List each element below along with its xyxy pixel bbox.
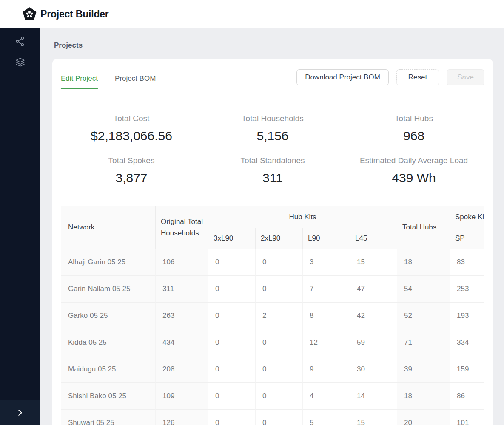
cell-total-hubs: 20 <box>397 410 450 425</box>
cell-total-hubs: 39 <box>397 356 450 383</box>
app-title: Project Builder <box>40 8 109 20</box>
cell-2xl90: 0 <box>256 329 303 356</box>
cell-sp: 334 <box>450 329 484 356</box>
share-icon <box>15 36 26 47</box>
cell-3xl90: 0 <box>208 276 256 303</box>
cell-l90: 4 <box>303 383 350 410</box>
stat-label: Total Spokes <box>61 156 202 165</box>
brand: Project Builder <box>23 7 109 21</box>
reset-button[interactable]: Reset <box>396 69 439 85</box>
stat-value: 439 Wh <box>343 170 484 185</box>
cell-network: Kidda 05 25 <box>61 329 156 356</box>
cell-sp: 159 <box>450 356 484 383</box>
cell-2xl90: 0 <box>256 356 303 383</box>
table-row: Garko 05 252630284252193 <box>61 303 484 329</box>
sidebar <box>0 28 40 425</box>
stat-value: 3,877 <box>61 170 202 185</box>
table-body: Alhaji Garin 05 25106003151883Garin Nall… <box>61 249 484 425</box>
stat-estimated-daily-average-load: Estimated Daily Average Load 439 Wh <box>343 156 484 185</box>
stat-label: Total Standalones <box>202 156 343 165</box>
project-card: Edit Project Project BOM Download Projec… <box>52 59 493 425</box>
sidebar-item-share[interactable] <box>10 32 30 51</box>
cell-sp: 253 <box>450 276 484 303</box>
stat-label: Estimated Daily Average Load <box>343 156 484 165</box>
cell-2xl90: 0 <box>256 249 303 276</box>
cell-3xl90: 0 <box>208 249 256 276</box>
cell-original-total-households: 311 <box>156 276 208 303</box>
column-header-network: Network <box>61 206 156 249</box>
cell-network: Maidugu 05 25 <box>61 356 156 383</box>
cell-total-hubs: 18 <box>397 383 450 410</box>
stat-value: 5,156 <box>202 128 343 143</box>
tab-project-bom[interactable]: Project BOM <box>115 71 156 89</box>
cell-3xl90: 0 <box>208 410 256 425</box>
cell-total-hubs: 18 <box>397 249 450 276</box>
cell-original-total-households: 434 <box>156 329 208 356</box>
stat-value: 968 <box>343 128 484 143</box>
stat-total-households: Total Households 5,156 <box>202 114 343 143</box>
cell-2xl90: 0 <box>256 410 303 425</box>
layers-icon <box>15 57 26 68</box>
cell-total-hubs: 52 <box>397 303 450 329</box>
cell-network: Alhaji Garin 05 25 <box>61 249 156 276</box>
table-row: Kidda 05 2543400125971334 <box>61 329 484 356</box>
project-stats: Total Cost $2,183,066.56 Total Household… <box>61 114 484 185</box>
cell-sp: 193 <box>450 303 484 329</box>
cell-l45: 15 <box>350 249 397 276</box>
table-row: Alhaji Garin 05 25106003151883 <box>61 249 484 276</box>
cell-network: Shishi Bako 05 25 <box>61 383 156 410</box>
chevron-right-icon <box>15 408 25 417</box>
networks-table-container[interactable]: Network Original Total Households Hub Ki… <box>61 206 484 425</box>
app-logo-icon <box>23 7 37 21</box>
cell-3xl90: 0 <box>208 356 256 383</box>
column-header-3xl90: 3xL90 <box>208 228 256 249</box>
sidebar-item-layers[interactable] <box>10 53 30 71</box>
cell-l90: 8 <box>303 303 350 329</box>
cell-sp: 86 <box>450 383 484 410</box>
download-project-bom-button[interactable]: Download Project BOM <box>296 69 389 85</box>
cell-total-hubs: 54 <box>397 276 450 303</box>
cell-l90: 5 <box>303 410 350 425</box>
cell-3xl90: 0 <box>208 383 256 410</box>
cell-3xl90: 0 <box>208 329 256 356</box>
cell-l90: 7 <box>303 276 350 303</box>
stat-label: Total Households <box>202 114 343 123</box>
cell-l90: 9 <box>303 356 350 383</box>
cell-original-total-households: 109 <box>156 383 208 410</box>
cell-2xl90: 2 <box>256 303 303 329</box>
cell-l45: 14 <box>350 383 397 410</box>
stat-total-standalones: Total Standalones 311 <box>202 156 343 185</box>
cell-l90: 12 <box>303 329 350 356</box>
tab-edit-project[interactable]: Edit Project <box>61 71 98 89</box>
stat-label: Total Cost <box>61 114 202 123</box>
cell-sp: 83 <box>450 249 484 276</box>
cell-original-total-households: 126 <box>156 410 208 425</box>
stat-total-cost: Total Cost $2,183,066.56 <box>61 114 202 143</box>
cell-2xl90: 0 <box>256 383 303 410</box>
column-header-l90: L90 <box>303 228 350 249</box>
column-group-spoke-kits: Spoke Kits <box>450 206 484 228</box>
column-header-original-total-households: Original Total Households <box>156 206 208 249</box>
cell-network: Shuwari 05 25 <box>61 410 156 425</box>
sidebar-expand-button[interactable] <box>0 400 40 425</box>
stat-value: 311 <box>202 170 343 185</box>
save-button[interactable]: Save <box>447 69 484 85</box>
cell-l45: 59 <box>350 329 397 356</box>
table-row: Shuwari 05 251260051520101 <box>61 410 484 425</box>
cell-total-hubs: 71 <box>397 329 450 356</box>
cell-l90: 3 <box>303 249 350 276</box>
cell-3xl90: 0 <box>208 303 256 329</box>
networks-table: Network Original Total Households Hub Ki… <box>61 206 484 425</box>
toolbar: Download Project BOM Reset Save <box>296 69 484 90</box>
column-header-sp: SP <box>450 228 484 249</box>
stat-value: $2,183,066.56 <box>61 128 202 143</box>
top-bar: Project Builder <box>0 0 504 28</box>
stat-total-spokes: Total Spokes 3,877 <box>61 156 202 185</box>
cell-network: Garin Nallam 05 25 <box>61 276 156 303</box>
cell-original-total-households: 106 <box>156 249 208 276</box>
main-content: Projects Edit Project Project BOM Downlo… <box>40 28 504 425</box>
table-row: Shishi Bako 05 25109004141886 <box>61 383 484 410</box>
cell-l45: 30 <box>350 356 397 383</box>
page-title: Projects <box>54 41 493 50</box>
cell-sp: 101 <box>450 410 484 425</box>
